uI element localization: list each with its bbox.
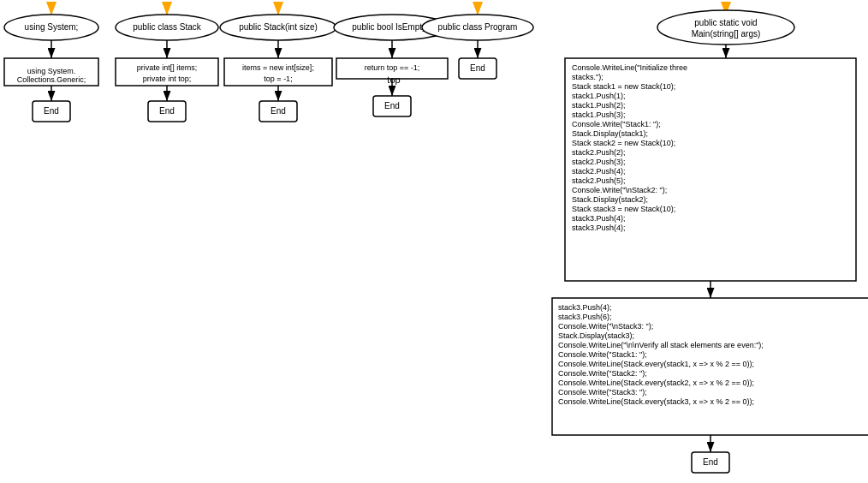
code-block2-line11: Console.WriteLine(Stack.every(stack3, x … — [558, 397, 754, 406]
code-block2-line4: Stack.Display(stack3); — [558, 331, 634, 340]
code-block2-line3: Console.Write("\nStack3: "); — [558, 322, 653, 331]
code-block1-line12: stack2.Push(4); — [572, 167, 626, 176]
node3-label: public Stack(int size) — [239, 22, 318, 32]
code-block2-line8: Console.Write("Stack2: "); — [558, 369, 647, 378]
node5-label: public class Program — [438, 22, 518, 32]
code-block1-line17: stack3.Push(4); — [572, 214, 626, 223]
node4-body1: return top == -1; — [365, 63, 420, 72]
node3-body2: top = -1; — [264, 75, 292, 83]
node3-body1: items = new int[size]; — [242, 63, 314, 72]
code-block1-line7: Console.Write("Stack1: "); — [572, 120, 661, 128]
diagram-container: using System; using System. Collections.… — [0, 0, 868, 483]
code-block1-line15: Stack.Display(stack2); — [572, 195, 648, 204]
code-block1-line1: Console.WriteLine("Initialize three — [572, 63, 687, 72]
code-block2-line6: Console.Write("Stack1: "); — [558, 350, 647, 359]
code-block2-line2: stack3.Push(6); — [558, 313, 612, 321]
code-block1-line11: stack2.Push(3); — [572, 158, 626, 166]
node1-body2: Collections.Generic; — [17, 75, 86, 84]
node5-end: End — [470, 63, 485, 73]
node3-end: End — [271, 106, 286, 116]
node1-end: End — [44, 106, 59, 116]
final-end: End — [703, 457, 718, 467]
code-block2-line5: Console.WriteLine("\n\nVerify all stack … — [558, 341, 764, 349]
code-block1-line14: Console.Write("\nStack2: "); — [572, 186, 667, 194]
code-block1-line4: stack1.Push(1); — [572, 92, 626, 100]
code-block2-line10: Console.Write("Stack3: "); — [558, 388, 647, 397]
node1-label: using System; — [25, 22, 79, 32]
top-label: top — [387, 75, 400, 85]
code-block1-line18: stack3.Push(4); — [572, 224, 626, 232]
svg-point-30 — [657, 10, 794, 45]
code-block1-line9: Stack stack2 = new Stack(10); — [572, 139, 675, 147]
flowchart-svg: using System; using System. Collections.… — [0, 0, 868, 483]
code-block1-line13: stack2.Push(5); — [572, 176, 626, 185]
node2-body1: private int[] items; — [137, 63, 198, 72]
code-block1-line5: stack1.Push(2); — [572, 101, 626, 110]
node4-label: public bool IsEmpty() — [352, 22, 431, 32]
code-block1-line16: Stack stack3 = new Stack(10); — [572, 205, 675, 213]
code-block1-line8: Stack.Display(stack1); — [572, 129, 648, 138]
node2-body2: private int top; — [143, 75, 192, 83]
code-block1-line10: stack2.Push(2); — [572, 148, 626, 157]
node6-label1: public static void — [694, 18, 757, 27]
code-block1-line6: stack1.Push(3); — [572, 110, 626, 119]
code-block1-line3: Stack stack1 = new Stack(10); — [572, 82, 675, 91]
code-block2-line7: Console.WriteLine(Stack.every(stack1, x … — [558, 360, 754, 368]
code-block2-line9: Console.WriteLine(Stack.every(stack2, x … — [558, 379, 754, 387]
node1-body: using System. — [27, 67, 76, 75]
code-block2-line1: stack3.Push(4); — [558, 303, 612, 312]
code-block1-line2: stacks."); — [572, 73, 603, 81]
node6-label2: Main(string[] args) — [692, 29, 761, 39]
node2-label: public class Stack — [133, 22, 201, 32]
node2-end: End — [159, 106, 175, 116]
node4-end: End — [384, 101, 400, 110]
